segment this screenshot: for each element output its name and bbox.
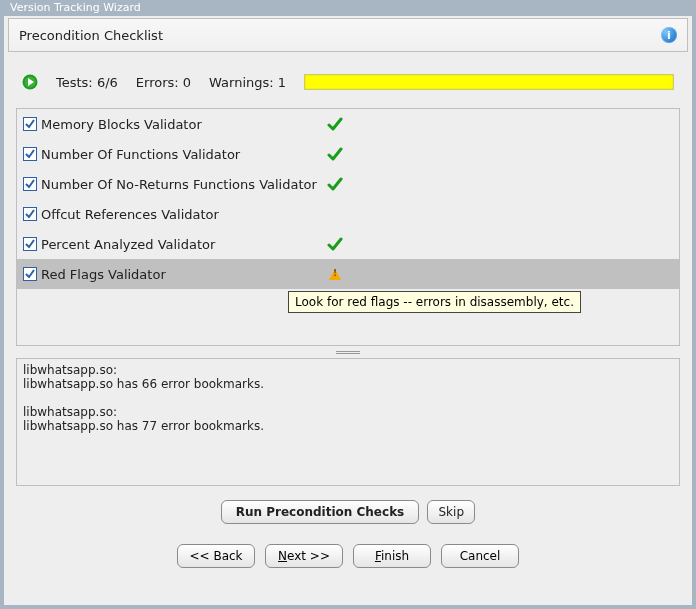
cancel-button[interactable]: Cancel (441, 544, 519, 568)
run-precondition-checks-button[interactable]: Run Precondition Checks (221, 500, 420, 524)
validator-label: Red Flags Validator (41, 267, 331, 282)
version-tracking-wizard: Version Tracking Wizard Precondition Che… (0, 0, 696, 609)
validator-list: Memory Blocks ValidatorNumber Of Functio… (16, 108, 680, 346)
info-icon[interactable]: i (661, 27, 677, 43)
checkmark-icon (325, 176, 345, 192)
validator-row[interactable]: Percent Analyzed Validator (17, 229, 679, 259)
validator-label: Number Of No-Returns Functions Validator (41, 177, 331, 192)
errors-count: Errors: 0 (136, 75, 191, 90)
validator-label: Number Of Functions Validator (41, 147, 331, 162)
warning-icon (325, 269, 345, 280)
summary-row: Tests: 6/6 Errors: 0 Warnings: 1 (16, 62, 680, 108)
log-panel[interactable]: libwhatsapp.so: libwhatsapp.so has 66 er… (16, 358, 680, 486)
wizard-header: Precondition Checklist i (8, 18, 688, 52)
tests-count: Tests: 6/6 (56, 75, 118, 90)
checkmark-icon (325, 116, 345, 132)
validator-row[interactable]: Red Flags Validator (17, 259, 679, 289)
validator-tooltip: Look for red flags -- errors in disassem… (288, 291, 581, 313)
skip-button[interactable]: Skip (427, 500, 475, 524)
validator-checkbox[interactable] (23, 237, 37, 251)
checkmark-icon (325, 236, 345, 252)
next-button[interactable]: Next >> (265, 544, 343, 568)
wizard-button-row: << Back Next >> Finish Cancel (4, 538, 692, 576)
wizard-content: Tests: 6/6 Errors: 0 Warnings: 1 Memory … (4, 52, 692, 538)
validator-checkbox[interactable] (23, 147, 37, 161)
finish-button[interactable]: Finish (353, 544, 431, 568)
validator-row[interactable]: Number Of Functions Validator (17, 139, 679, 169)
back-button[interactable]: << Back (177, 544, 255, 568)
validator-checkbox[interactable] (23, 207, 37, 221)
validator-row[interactable]: Number Of No-Returns Functions Validator (17, 169, 679, 199)
action-row: Run Precondition Checks Skip (16, 500, 680, 524)
window-titlebar[interactable]: Version Tracking Wizard (4, 1, 692, 16)
validator-row[interactable]: Offcut References Validator (17, 199, 679, 229)
validator-label: Memory Blocks Validator (41, 117, 331, 132)
validator-checkbox[interactable] (23, 177, 37, 191)
play-icon (22, 74, 38, 90)
page-title: Precondition Checklist (19, 28, 163, 43)
validator-checkbox[interactable] (23, 267, 37, 281)
window-title: Version Tracking Wizard (10, 1, 141, 14)
validator-row[interactable]: Memory Blocks Validator (17, 109, 679, 139)
validator-label: Percent Analyzed Validator (41, 237, 331, 252)
warnings-count: Warnings: 1 (209, 75, 286, 90)
validator-label: Offcut References Validator (41, 207, 331, 222)
split-handle[interactable] (16, 348, 680, 356)
status-bar (304, 74, 674, 90)
validator-checkbox[interactable] (23, 117, 37, 131)
checkmark-icon (325, 146, 345, 162)
